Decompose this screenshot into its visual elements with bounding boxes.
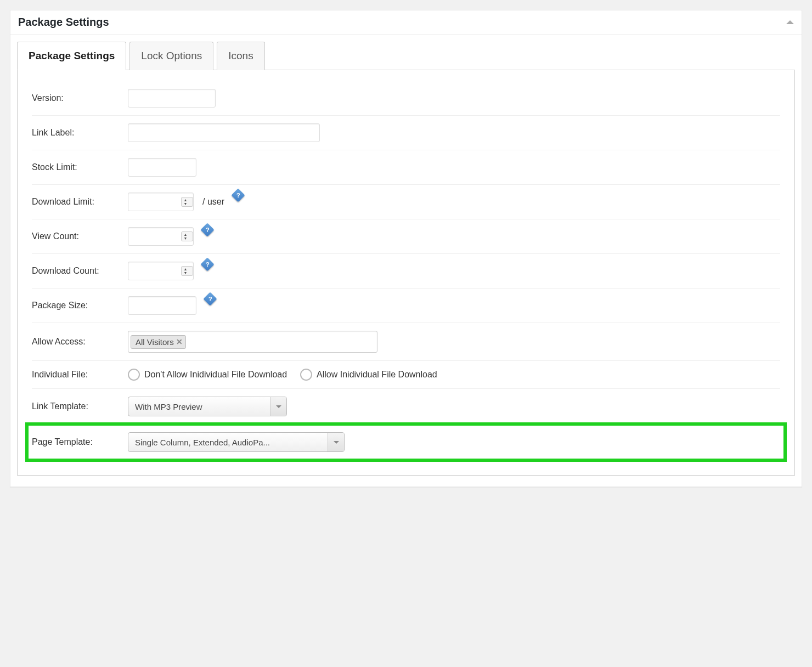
label-allow-access: Allow Access: — [32, 337, 128, 347]
row-allow-access: Allow Access: All Visitors ✕ — [32, 323, 780, 361]
panel-title: Package Settings — [18, 16, 109, 29]
individual-file-radio-group: Don't Allow Inidividual File Download Al… — [128, 369, 446, 381]
row-stock-limit: Stock Limit: — [32, 150, 780, 185]
remove-tag-icon[interactable]: ✕ — [176, 337, 183, 346]
collapse-toggle-icon[interactable] — [786, 20, 794, 24]
tab-icons[interactable]: Icons — [217, 42, 264, 70]
select-arrow-box — [328, 433, 344, 451]
chevron-down-icon — [334, 441, 339, 444]
metabox-body: Package Settings Lock Options Icons Vers… — [10, 35, 802, 487]
row-page-template: Page Template: Single Column, Extended, … — [27, 425, 785, 460]
link-label-input[interactable] — [128, 123, 320, 142]
help-icon[interactable] — [200, 223, 214, 236]
spinner-up-icon[interactable]: ▲ — [182, 267, 189, 271]
row-link-template: Link Template: With MP3 Preview — [32, 389, 780, 425]
tab-list: Package Settings Lock Options Icons — [17, 41, 795, 70]
row-view-count: View Count: ▲ ▼ — [32, 219, 780, 254]
download-count-field[interactable] — [128, 263, 181, 279]
label-download-limit: Download Limit: — [32, 197, 128, 207]
label-download-count: Download Count: — [32, 266, 128, 276]
metabox-header: Package Settings — [10, 10, 802, 35]
row-individual-file: Individual File: Don't Allow Inidividual… — [32, 361, 780, 389]
label-link-label: Link Label: — [32, 128, 128, 138]
label-page-template: Page Template: — [32, 437, 128, 447]
page-template-value: Single Column, Extended, AudioPa... — [128, 433, 328, 451]
radio-dont-allow[interactable] — [128, 369, 140, 381]
spinner-down-icon[interactable]: ▼ — [182, 271, 189, 275]
radio-allow-label: Allow Inidividual File Download — [317, 370, 437, 380]
help-icon[interactable] — [200, 257, 214, 271]
spinner-down-icon[interactable]: ▼ — [182, 202, 189, 206]
tab-content: Version: Link Label: Stock Limit: Downlo… — [17, 70, 795, 476]
label-version: Version: — [32, 93, 128, 103]
version-input[interactable] — [128, 89, 216, 108]
radio-dont-allow-label: Don't Allow Inidividual File Download — [144, 370, 287, 380]
download-count-input[interactable]: ▲ ▼ — [128, 262, 194, 280]
label-individual-file: Individual File: — [32, 370, 128, 380]
package-settings-metabox: Package Settings Package Settings Lock O… — [10, 10, 802, 487]
download-limit-input[interactable]: ▲ ▼ — [128, 193, 194, 211]
row-version: Version: — [32, 81, 780, 116]
allow-access-input[interactable]: All Visitors ✕ — [128, 331, 377, 353]
package-size-input[interactable] — [128, 296, 196, 315]
view-count-input[interactable]: ▲ ▼ — [128, 227, 194, 246]
label-stock-limit: Stock Limit: — [32, 162, 128, 172]
tab-lock-options[interactable]: Lock Options — [129, 42, 213, 70]
access-tag-label: All Visitors — [136, 337, 174, 347]
select-arrow-box — [270, 397, 286, 416]
row-download-count: Download Count: ▲ ▼ — [32, 254, 780, 289]
tab-package-settings[interactable]: Package Settings — [17, 42, 126, 70]
page-template-select[interactable]: Single Column, Extended, AudioPa... — [128, 432, 345, 452]
spinner-up-icon[interactable]: ▲ — [182, 198, 189, 202]
spinner-up-icon[interactable]: ▲ — [182, 233, 189, 236]
chevron-down-icon — [276, 405, 281, 408]
radio-allow[interactable] — [300, 369, 312, 381]
label-view-count: View Count: — [32, 231, 128, 241]
label-link-template: Link Template: — [32, 402, 128, 411]
link-template-select[interactable]: With MP3 Preview — [128, 397, 287, 416]
label-package-size: Package Size: — [32, 301, 128, 310]
row-download-limit: Download Limit: ▲ ▼ / user — [32, 185, 780, 219]
link-template-value: With MP3 Preview — [128, 397, 270, 416]
help-icon[interactable] — [231, 188, 245, 202]
stock-limit-input[interactable] — [128, 158, 196, 177]
spinner-down-icon[interactable]: ▼ — [182, 236, 189, 240]
row-link-label: Link Label: — [32, 116, 780, 150]
access-tag: All Visitors ✕ — [131, 335, 186, 349]
row-package-size: Package Size: — [32, 289, 780, 323]
download-limit-suffix: / user — [202, 197, 224, 207]
help-icon[interactable] — [203, 292, 217, 306]
view-count-field[interactable] — [128, 228, 181, 245]
download-limit-field[interactable] — [128, 194, 181, 210]
